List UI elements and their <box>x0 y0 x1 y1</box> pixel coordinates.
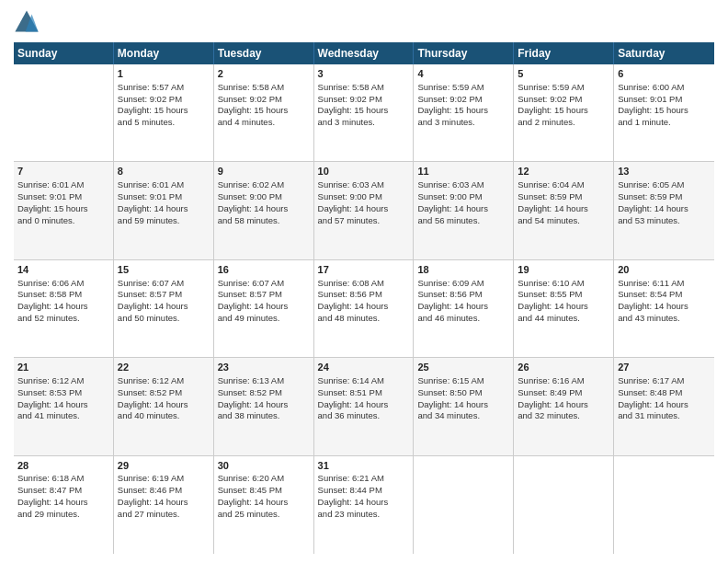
day-cell-28: 28Sunrise: 6:18 AMSunset: 8:47 PMDayligh… <box>14 456 114 554</box>
day-info-line-0: Sunrise: 6:05 AM <box>618 179 684 190</box>
day-info-line-2: Daylight: 14 hours <box>318 203 389 213</box>
day-info-line-2: Daylight: 14 hours <box>318 301 389 311</box>
day-info-line-0: Sunrise: 6:07 AM <box>218 278 284 288</box>
day-number: 3 <box>318 67 410 81</box>
day-cell-15: 15Sunrise: 6:07 AMSunset: 8:57 PMDayligh… <box>114 260 214 357</box>
day-number: 12 <box>518 165 609 178</box>
day-info-line-3: and 0 minutes. <box>17 215 74 225</box>
empty-cell-r4c6 <box>614 456 714 554</box>
day-info-line-1: Sunset: 8:59 PM <box>518 191 582 201</box>
day-cell-18: 18Sunrise: 6:09 AMSunset: 8:56 PMDayligh… <box>414 260 514 357</box>
day-info-line-1: Sunset: 8:51 PM <box>318 387 382 397</box>
day-number: 22 <box>118 361 210 374</box>
calendar: SundayMondayTuesdayWednesdayThursdayFrid… <box>14 42 714 554</box>
day-info-line-3: and 32 minutes. <box>518 410 580 420</box>
day-info-line-0: Sunrise: 6:04 AM <box>518 179 584 190</box>
day-number: 5 <box>518 67 609 81</box>
day-info-line-3: and 50 minutes. <box>118 313 180 323</box>
day-cell-17: 17Sunrise: 6:08 AMSunset: 8:56 PMDayligh… <box>314 260 415 357</box>
day-cell-22: 22Sunrise: 6:12 AMSunset: 8:52 PMDayligh… <box>114 358 214 454</box>
day-info-line-3: and 38 minutes. <box>218 410 280 420</box>
day-info-line-2: Daylight: 14 hours <box>218 399 289 409</box>
day-cell-27: 27Sunrise: 6:17 AMSunset: 8:48 PMDayligh… <box>614 358 714 454</box>
day-info-line-1: Sunset: 8:56 PM <box>318 289 382 299</box>
day-info-line-2: Daylight: 15 hours <box>318 105 389 115</box>
weekday-header-monday: Monday <box>114 42 214 64</box>
calendar-row-3: 14Sunrise: 6:06 AMSunset: 8:58 PMDayligh… <box>14 260 714 358</box>
day-info-line-1: Sunset: 9:00 PM <box>417 191 482 201</box>
weekday-header-saturday: Saturday <box>614 42 714 64</box>
day-info-line-3: and 4 minutes. <box>218 117 275 127</box>
day-cell-13: 13Sunrise: 6:05 AMSunset: 8:59 PMDayligh… <box>614 162 714 259</box>
day-info-line-3: and 5 minutes. <box>118 117 175 127</box>
day-number: 28 <box>17 459 109 473</box>
day-info-line-0: Sunrise: 6:01 AM <box>118 179 184 190</box>
day-cell-9: 9Sunrise: 6:02 AMSunset: 9:00 PMDaylight… <box>214 162 314 259</box>
day-cell-4: 4Sunrise: 5:59 AMSunset: 9:02 PMDaylight… <box>414 64 514 161</box>
day-info-line-2: Daylight: 14 hours <box>518 399 588 409</box>
day-info-line-3: and 59 minutes. <box>118 215 180 225</box>
day-cell-23: 23Sunrise: 6:13 AMSunset: 8:52 PMDayligh… <box>214 358 314 454</box>
day-info-line-3: and 46 minutes. <box>417 313 480 323</box>
day-info-line-1: Sunset: 9:02 PM <box>417 94 482 104</box>
day-info-line-0: Sunrise: 5:59 AM <box>417 82 483 92</box>
day-info-line-2: Daylight: 14 hours <box>618 203 688 213</box>
day-info-line-2: Daylight: 14 hours <box>118 497 188 507</box>
day-info-line-3: and 49 minutes. <box>218 313 280 323</box>
day-info-line-2: Daylight: 15 hours <box>17 203 88 213</box>
day-info-line-2: Daylight: 15 hours <box>518 105 588 115</box>
day-info-line-3: and 3 minutes. <box>318 117 375 127</box>
day-info-line-0: Sunrise: 6:16 AM <box>518 375 584 385</box>
day-info-line-3: and 44 minutes. <box>518 313 580 323</box>
day-info-line-3: and 58 minutes. <box>218 215 280 225</box>
day-info-line-2: Daylight: 14 hours <box>318 497 389 507</box>
day-cell-3: 3Sunrise: 5:58 AMSunset: 9:02 PMDaylight… <box>314 64 415 161</box>
day-info-line-1: Sunset: 9:01 PM <box>618 94 682 104</box>
day-info-line-3: and 1 minute. <box>618 117 671 127</box>
day-info-line-0: Sunrise: 6:15 AM <box>417 375 483 385</box>
empty-cell-r0c0 <box>14 64 114 161</box>
day-info-line-0: Sunrise: 6:18 AM <box>17 473 84 483</box>
calendar-body: 1Sunrise: 5:57 AMSunset: 9:02 PMDaylight… <box>14 64 714 554</box>
day-number: 1 <box>118 67 210 81</box>
day-info-line-2: Daylight: 14 hours <box>218 301 289 311</box>
day-info-line-3: and 27 minutes. <box>118 509 180 519</box>
day-cell-20: 20Sunrise: 6:11 AMSunset: 8:54 PMDayligh… <box>614 260 714 357</box>
day-info-line-0: Sunrise: 6:20 AM <box>218 473 284 483</box>
day-info-line-2: Daylight: 14 hours <box>417 301 488 311</box>
day-info-line-2: Daylight: 14 hours <box>218 497 289 507</box>
day-info-line-2: Daylight: 14 hours <box>17 301 88 311</box>
day-info-line-2: Daylight: 14 hours <box>17 399 88 409</box>
day-number: 23 <box>218 361 310 374</box>
day-info-line-2: Daylight: 14 hours <box>118 203 188 213</box>
day-info-line-3: and 23 minutes. <box>318 509 381 519</box>
day-info-line-2: Daylight: 14 hours <box>318 399 389 409</box>
day-number: 29 <box>118 459 210 473</box>
day-info-line-2: Daylight: 14 hours <box>417 203 488 213</box>
day-info-line-2: Daylight: 14 hours <box>518 301 588 311</box>
day-cell-21: 21Sunrise: 6:12 AMSunset: 8:53 PMDayligh… <box>14 358 114 454</box>
day-info-line-3: and 36 minutes. <box>318 410 381 420</box>
day-info-line-2: Daylight: 15 hours <box>218 105 289 115</box>
empty-cell-r4c5 <box>514 456 614 554</box>
day-info-line-1: Sunset: 8:55 PM <box>518 289 582 299</box>
day-cell-7: 7Sunrise: 6:01 AMSunset: 9:01 PMDaylight… <box>14 162 114 259</box>
page: SundayMondayTuesdayWednesdayThursdayFrid… <box>0 0 728 563</box>
day-cell-30: 30Sunrise: 6:20 AMSunset: 8:45 PMDayligh… <box>214 456 314 554</box>
day-info-line-0: Sunrise: 6:09 AM <box>417 278 483 288</box>
day-number: 31 <box>318 459 410 473</box>
day-info-line-2: Daylight: 15 hours <box>618 105 688 115</box>
day-info-line-3: and 52 minutes. <box>17 313 80 323</box>
weekday-header-thursday: Thursday <box>414 42 514 64</box>
day-info-line-1: Sunset: 8:48 PM <box>618 387 682 397</box>
day-info-line-3: and 34 minutes. <box>417 410 480 420</box>
day-number: 24 <box>318 361 410 374</box>
day-cell-19: 19Sunrise: 6:10 AMSunset: 8:55 PMDayligh… <box>514 260 614 357</box>
day-info-line-3: and 25 minutes. <box>218 509 280 519</box>
day-number: 10 <box>318 165 410 178</box>
day-number: 11 <box>417 165 509 178</box>
day-info-line-0: Sunrise: 6:12 AM <box>17 375 84 385</box>
day-info-line-0: Sunrise: 6:01 AM <box>17 179 84 190</box>
weekday-header-friday: Friday <box>514 42 614 64</box>
weekday-header-tuesday: Tuesday <box>214 42 314 64</box>
